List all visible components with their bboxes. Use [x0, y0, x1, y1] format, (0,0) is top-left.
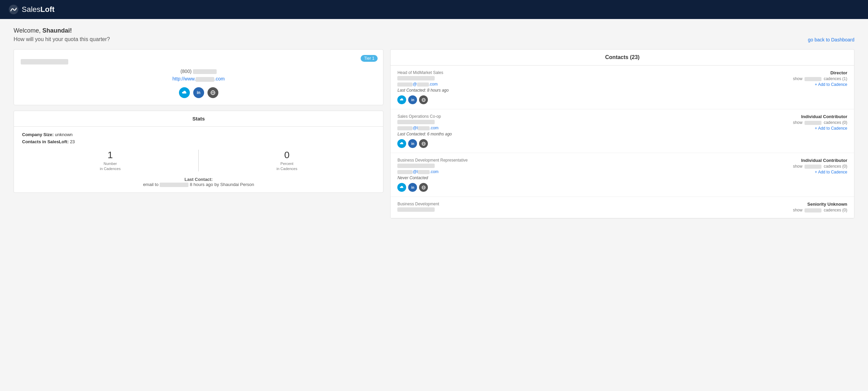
url-placeholder: [196, 77, 214, 82]
contact-dept: Head of MidMarket Sales: [397, 70, 790, 75]
contact-row: Head of MidMarket Sales@.comLast Contact…: [391, 66, 854, 109]
welcome-subtitle: How will you hit your quota this quarter…: [14, 36, 854, 42]
contact-social-icons: in: [397, 183, 790, 192]
contact-role: Seniority Unknown: [793, 202, 847, 207]
welcome-title: Welcome, Shaundai!: [14, 27, 854, 34]
contact-left: Business Development Representative@l.co…: [397, 158, 790, 192]
app-header: SalesLoft: [0, 0, 868, 19]
add-to-cadence-link[interactable]: + Add to Cadence: [793, 82, 847, 87]
contacts-card: Contacts (23) Head of MidMarket Sales@.c…: [390, 49, 854, 219]
logo-text: SalesLoft: [22, 5, 55, 14]
stats-numbers: 1 Number in Cadences 0 Percent in Cadenc…: [22, 150, 375, 172]
contact-website-icon[interactable]: [419, 139, 428, 148]
tier-badge: Tier 1: [361, 55, 378, 62]
stats-card: Stats Company Size: unknown Contacts in …: [14, 111, 383, 193]
contact-name-placeholder: [397, 207, 435, 212]
contact-right: Seniority Unknownshow cadences (0): [793, 202, 847, 212]
contact-last-contacted: Last Contacted: 6 months ago: [397, 132, 790, 136]
email-placeholder: [160, 183, 188, 187]
contact-salesforce-icon[interactable]: [397, 139, 406, 148]
contact-salesforce-icon[interactable]: [397, 183, 406, 192]
contact-left: Head of MidMarket Sales@.comLast Contact…: [397, 70, 790, 104]
contact-right: Individual Contributorshow cadences (0)+…: [793, 114, 847, 131]
contact-row: Business Development Representative@l.co…: [391, 153, 854, 197]
logo: SalesLoft: [8, 4, 55, 15]
contact-name-placeholder: [397, 76, 435, 80]
contact-right: Directorshow cadences (1)+ Add to Cadenc…: [793, 70, 847, 87]
contact-last-contacted: Never Contacted: [397, 175, 790, 180]
percent-in-cadences: 0 Percent in Cadences: [198, 150, 375, 172]
contacts-title: Contacts (23): [391, 50, 854, 66]
website-icon[interactable]: [207, 87, 218, 98]
contact-dept: Business Development Representative: [397, 158, 790, 163]
contact-left: Sales Operations Co-op@l.comLast Contact…: [397, 114, 790, 148]
contact-role: Director: [793, 70, 847, 75]
last-contact-row: Last Contact: email to 8 hours ago by Sh…: [22, 177, 375, 187]
linkedin-icon[interactable]: in: [193, 87, 204, 98]
salesloft-logo-icon: [8, 4, 19, 15]
logo-loft: Loft: [40, 5, 55, 14]
logo-sales: Sales: [22, 5, 40, 14]
account-card: Tier 1 (800) http://www..com in: [14, 49, 383, 105]
contact-name-placeholder: [397, 164, 435, 168]
contact-linkedin-icon[interactable]: in: [408, 139, 417, 148]
account-url[interactable]: http://www..com: [21, 76, 376, 81]
account-phone: (800): [21, 69, 376, 74]
cadence-show: show cadences (1): [793, 76, 847, 81]
right-panel: go back to Dashboard Contacts (23) Head …: [390, 49, 854, 219]
contact-last-contacted: Last Contacted: 8 hours ago: [397, 88, 790, 93]
welcome-greeting: Welcome,: [14, 27, 42, 34]
contact-right: Individual Contributorshow cadences (0)+…: [793, 158, 847, 174]
contacts-row: Contacts in SalesLoft: 23: [22, 139, 375, 144]
contact-linkedin-icon[interactable]: in: [408, 183, 417, 192]
contact-linkedin-icon[interactable]: in: [408, 95, 417, 104]
contact-email[interactable]: @.com: [397, 82, 790, 87]
left-panel: Tier 1 (800) http://www..com in: [14, 49, 383, 219]
welcome-name: Shaundai!: [42, 27, 72, 34]
contact-email[interactable]: @l.com: [397, 169, 790, 174]
contact-salesforce-icon[interactable]: [397, 95, 406, 104]
cadence-show: show cadences (0): [793, 208, 847, 212]
main-content: Tier 1 (800) http://www..com in: [0, 46, 868, 232]
phone-placeholder: [193, 69, 217, 74]
contact-left: Business Development: [397, 202, 790, 213]
account-name-placeholder: [21, 59, 68, 64]
go-back-link[interactable]: go back to Dashboard: [808, 37, 854, 42]
social-icons: in: [21, 87, 376, 98]
contact-role: Individual Contributor: [793, 158, 847, 163]
stats-title: Stats: [14, 111, 383, 127]
contact-email[interactable]: @l.com: [397, 126, 790, 130]
cadence-show: show cadences (0): [793, 164, 847, 169]
contacts-list: Head of MidMarket Sales@.comLast Contact…: [391, 66, 854, 218]
add-to-cadence-link[interactable]: + Add to Cadence: [793, 126, 847, 131]
number-in-cadences: 1 Number in Cadences: [22, 150, 198, 172]
contact-row: Business DevelopmentSeniority Unknownsho…: [391, 197, 854, 218]
welcome-section: Welcome, Shaundai! How will you hit your…: [0, 19, 868, 46]
contact-role: Individual Contributor: [793, 114, 847, 119]
contact-dept: Business Development: [397, 202, 790, 206]
cadence-show: show cadences (0): [793, 120, 847, 125]
add-to-cadence-link[interactable]: + Add to Cadence: [793, 170, 847, 174]
contact-website-icon[interactable]: [419, 183, 428, 192]
contact-website-icon[interactable]: [419, 95, 428, 104]
contact-name-placeholder: [397, 120, 435, 124]
contact-dept: Sales Operations Co-op: [397, 114, 790, 119]
contact-social-icons: in: [397, 95, 790, 104]
salesforce-icon[interactable]: [179, 87, 190, 98]
contact-row: Sales Operations Co-op@l.comLast Contact…: [391, 109, 854, 153]
company-size-row: Company Size: unknown: [22, 132, 375, 137]
stats-body: Company Size: unknown Contacts in SalesL…: [14, 127, 383, 193]
contact-social-icons: in: [397, 139, 790, 148]
